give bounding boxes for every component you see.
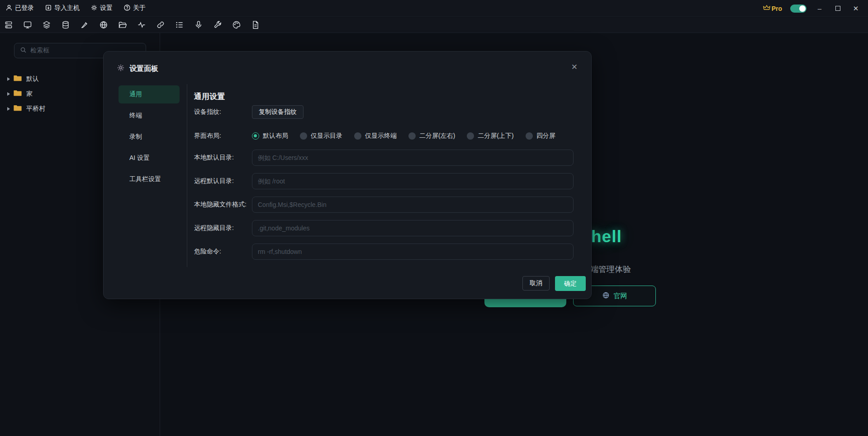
radio-default-layout[interactable]: 默认布局: [252, 132, 288, 140]
radio-selected-icon: [252, 132, 259, 140]
copy-fingerprint-button[interactable]: 复制设备指纹: [252, 105, 304, 119]
menu-about[interactable]: 关于: [118, 0, 151, 16]
field-label: 远程默认目录:: [194, 177, 252, 185]
list-icon[interactable]: [175, 20, 185, 30]
row-dangerous-commands: 危险命令:: [194, 244, 574, 260]
radio-split-horizontal[interactable]: 二分屏(左右): [408, 132, 455, 140]
field-label: 危险命令:: [194, 248, 252, 256]
modal-header: 设置面板: [117, 64, 158, 74]
tab-terminal[interactable]: 终端: [119, 107, 180, 125]
globe-icon[interactable]: [99, 20, 109, 30]
menu-label: 设置: [100, 4, 113, 12]
minimize-button[interactable]: –: [815, 5, 825, 12]
local-default-dir-input[interactable]: [252, 150, 574, 166]
radio-icon: [526, 132, 533, 140]
file-icon[interactable]: [251, 20, 261, 30]
remote-hidden-dirs-input[interactable]: [252, 220, 574, 236]
tab-recording[interactable]: 录制: [119, 128, 180, 146]
maximize-button[interactable]: [833, 6, 843, 11]
toolbar: [0, 17, 868, 33]
radio-icon: [408, 132, 416, 140]
menu-label: 已登录: [15, 4, 34, 12]
radio-directory-only[interactable]: 仅显示目录: [300, 132, 342, 140]
folder-open-icon[interactable]: [118, 20, 128, 30]
database-icon[interactable]: [61, 20, 71, 30]
globe-icon: [602, 291, 610, 301]
menu-logged-in[interactable]: 已登录: [0, 0, 39, 16]
website-button-label: 官网: [614, 292, 627, 300]
theme-toggle[interactable]: [790, 5, 806, 13]
radio-terminal-only[interactable]: 仅显示终端: [354, 132, 397, 140]
layout-radio-group: 默认布局 仅显示目录 仅显示终端 二分屏(左右) 二分屏(上下) 四分屏: [252, 132, 555, 140]
maximize-icon: [835, 6, 840, 11]
import-icon: [45, 4, 52, 13]
field-label: 本地默认目录:: [194, 154, 252, 162]
folder-icon: [14, 104, 22, 113]
modal-title: 设置面板: [129, 64, 158, 74]
tab-ai-settings[interactable]: AI 设置: [119, 149, 180, 167]
gear-icon: [117, 64, 125, 74]
row-device-fingerprint: 设备指纹: 复制设备指纹: [194, 105, 304, 119]
activity-icon[interactable]: [137, 20, 147, 30]
row-layout: 界面布局: 默认布局 仅显示目录 仅显示终端 二分屏(左右) 二分屏(上下) 四…: [194, 129, 555, 143]
titlebar: 已登录 导入主机 设置 关于 Pro – ✕: [0, 0, 868, 17]
settings-modal: 设置面板 ✕ 通用 终端 录制 AI 设置 工具栏设置 通用设置 设备指纹: 复…: [103, 51, 592, 299]
brand-subtitle: 端管理体验: [590, 264, 631, 275]
divider: [187, 84, 187, 267]
caret-right-icon: [7, 92, 10, 96]
app-window: 已登录 导入主机 设置 关于 Pro – ✕: [0, 0, 868, 436]
tree-item-label: 家: [26, 90, 33, 98]
field-label: 本地隐藏文件格式:: [194, 201, 252, 209]
toggle-knob: [799, 5, 806, 12]
menu-settings[interactable]: 设置: [85, 0, 118, 16]
local-hidden-files-input[interactable]: [252, 197, 574, 213]
radio-quad-split[interactable]: 四分屏: [526, 132, 555, 140]
modal-footer: 取消 确定: [522, 276, 586, 291]
link-icon[interactable]: [156, 20, 166, 30]
wrench-icon[interactable]: [213, 20, 223, 30]
row-local-hidden-files: 本地隐藏文件格式:: [194, 197, 574, 213]
cancel-button[interactable]: 取消: [522, 276, 550, 291]
remote-default-dir-input[interactable]: [252, 173, 574, 189]
radio-icon: [300, 132, 307, 140]
row-remote-hidden-dirs: 远程隐藏目录:: [194, 220, 574, 236]
tab-general[interactable]: 通用: [119, 85, 180, 103]
radio-icon: [467, 132, 474, 140]
search-icon: [20, 47, 27, 55]
menu-label: 导入主机: [54, 4, 80, 12]
settings-tabs: 通用 终端 录制 AI 设置 工具栏设置: [119, 85, 180, 192]
monitor-icon[interactable]: [23, 20, 33, 30]
folder-icon: [14, 75, 22, 83]
row-local-default-dir: 本地默认目录:: [194, 150, 574, 166]
tree-item-label: 平桥村: [26, 105, 45, 113]
pro-badge[interactable]: Pro: [763, 5, 782, 12]
field-label: 界面布局:: [194, 132, 252, 140]
caret-right-icon: [7, 107, 10, 111]
crown-icon: [763, 5, 770, 12]
caret-right-icon: [7, 77, 10, 81]
close-button[interactable]: ✕: [851, 5, 861, 13]
menu-label: 关于: [133, 4, 146, 12]
help-icon: [123, 4, 131, 13]
radio-icon: [354, 132, 361, 140]
modal-close-icon[interactable]: ✕: [571, 62, 578, 72]
palette-icon[interactable]: [232, 20, 242, 30]
tree-item-label: 默认: [26, 75, 39, 83]
brand-title: hell: [591, 227, 622, 246]
field-label: 设备指纹:: [194, 108, 252, 116]
ok-button[interactable]: 确定: [555, 276, 586, 291]
radio-split-vertical[interactable]: 二分屏(上下): [467, 132, 513, 140]
pen-icon[interactable]: [80, 20, 90, 30]
layers-icon[interactable]: [42, 20, 52, 30]
search-placeholder: 检索框: [30, 47, 49, 55]
section-title: 通用设置: [194, 91, 225, 102]
dangerous-commands-input[interactable]: [252, 244, 574, 260]
microphone-icon[interactable]: [194, 20, 204, 30]
gear-icon: [90, 4, 98, 13]
user-icon: [5, 4, 13, 13]
folder-icon: [14, 89, 22, 98]
menu-import-host[interactable]: 导入主机: [39, 0, 85, 16]
hosts-icon[interactable]: [4, 20, 14, 30]
field-label: 远程隐藏目录:: [194, 224, 252, 232]
tab-toolbar-settings[interactable]: 工具栏设置: [119, 170, 180, 188]
